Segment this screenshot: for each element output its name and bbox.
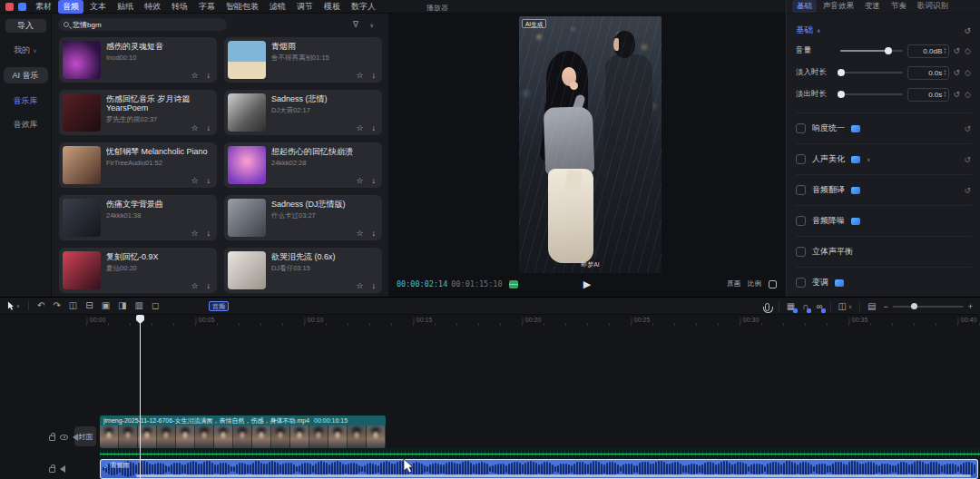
playhead[interactable] — [136, 315, 144, 479]
stepper-down-icon[interactable]: ▾ — [944, 51, 946, 54]
slider-track[interactable] — [840, 93, 903, 95]
checkbox[interactable] — [796, 154, 806, 164]
freeze-icon[interactable]: ▣ — [102, 301, 110, 310]
menu-item-8[interactable]: 智能包装 — [221, 0, 263, 14]
star-icon[interactable]: ☆ — [356, 281, 363, 290]
panel-tab-3[interactable]: 变速 — [860, 0, 885, 13]
timeline-ruler[interactable]: 00:0000:0500:1000:1500:2000:2500:3000:35… — [0, 315, 980, 326]
menu-item-4[interactable]: 贴纸 — [113, 0, 138, 14]
mirror-icon[interactable]: ▥ — [135, 301, 143, 310]
eye-icon[interactable] — [60, 435, 68, 440]
checkbox[interactable] — [796, 247, 806, 257]
linked-audio-strip[interactable] — [100, 448, 980, 459]
redo-icon[interactable]: ↷ — [53, 301, 60, 310]
record-audio-icon[interactable] — [765, 303, 769, 311]
reset-icon[interactable]: ↺ — [964, 26, 971, 35]
reset-icon[interactable]: ↺ — [954, 46, 961, 55]
menu-item-1[interactable]: 素材 — [31, 0, 56, 14]
stepper[interactable]: ▴▾ — [944, 47, 946, 54]
import-button[interactable]: 导入 — [5, 19, 46, 33]
slider-knob[interactable] — [838, 69, 845, 76]
download-icon[interactable]: ↓ — [207, 229, 211, 238]
audio-feature-row[interactable]: 音频降噪 — [796, 205, 971, 236]
value-input[interactable]: 0.0s▴▾ — [907, 66, 949, 80]
download-icon[interactable]: ↓ — [372, 281, 377, 290]
sidebar-item-sfx-library[interactable]: 音效库 — [0, 119, 51, 131]
menu-item-10[interactable]: 调节 — [292, 0, 318, 14]
star-icon[interactable]: ☆ — [356, 229, 363, 238]
filter-icon[interactable]: ∇ — [353, 20, 358, 29]
music-card[interactable]: Sadness (悲情)DJ大营02:17☆↓ — [224, 90, 382, 135]
slider-track[interactable] — [840, 50, 903, 52]
menu-item-12[interactable]: 数字人 — [347, 0, 380, 14]
download-icon[interactable]: ↓ — [372, 71, 377, 80]
panel-tab-4[interactable]: 节奏 — [887, 0, 911, 13]
sidebar-item-music-library[interactable]: 音乐库 — [0, 95, 51, 107]
zoom-knob[interactable] — [911, 303, 917, 309]
reset-icon[interactable]: ↺ — [964, 124, 971, 133]
app-logo-icon[interactable] — [5, 3, 14, 11]
music-card[interactable]: 忧郁钢琴 Melancholic PianoFirTreeAudio01:52☆… — [59, 142, 217, 188]
download-icon[interactable]: ↓ — [207, 71, 211, 80]
play-button[interactable]: ▶ — [583, 279, 591, 290]
menu-item-2[interactable]: 音频 — [58, 0, 83, 14]
menu-item-5[interactable]: 特效 — [140, 0, 165, 14]
slider-knob[interactable] — [885, 47, 892, 54]
star-icon[interactable]: ☆ — [191, 71, 198, 80]
keyframe-icon[interactable]: ◇ — [965, 68, 971, 77]
quality-button[interactable]: 原画 — [727, 279, 740, 288]
stepper-down-icon[interactable]: ▾ — [944, 73, 946, 76]
audio-feature-row[interactable]: 立体声平衡 — [796, 236, 971, 267]
lock-icon[interactable] — [49, 467, 55, 473]
mute-icon[interactable] — [60, 465, 65, 473]
panel-tab-5[interactable]: 歌词识别 — [913, 0, 953, 13]
download-icon[interactable]: ↓ — [207, 176, 211, 185]
music-card[interactable]: 伤感回忆音乐 岁月诗篇 YearsPoem罗先生的摇02:37☆↓ — [59, 90, 217, 135]
stepper-down-icon[interactable]: ▾ — [944, 94, 946, 98]
menu-item-11[interactable]: 模板 — [319, 0, 345, 14]
select-tool-button[interactable]: ∨ — [7, 301, 20, 311]
download-icon[interactable]: ↓ — [372, 229, 377, 238]
mute-icon[interactable] — [73, 434, 78, 441]
keyframe-icon[interactable]: ◇ — [965, 46, 971, 55]
audio-feature-row[interactable]: 响度统一↺ — [796, 112, 971, 143]
zoom-slider[interactable] — [893, 306, 964, 308]
star-icon[interactable]: ☆ — [191, 176, 198, 185]
undo-icon[interactable]: ↶ — [37, 301, 44, 310]
music-card[interactable]: 感伤的灵魂短音Inod00:10☆↓ — [59, 37, 217, 83]
split-icon[interactable]: ◫ — [69, 301, 77, 310]
preview-video[interactable]: AI生成 即梦AI — [519, 16, 662, 273]
checkbox[interactable] — [796, 278, 806, 288]
reset-icon[interactable]: ↺ — [964, 155, 971, 164]
download-icon[interactable]: ↓ — [207, 123, 211, 132]
stepper[interactable]: ▴▾ — [944, 91, 946, 98]
zoom-out-icon[interactable]: − — [883, 302, 887, 311]
value-input[interactable]: 0.0s▴▾ — [907, 88, 949, 102]
workspace-icon[interactable] — [18, 3, 26, 11]
slider-track[interactable] — [840, 72, 903, 73]
star-icon[interactable]: ☆ — [191, 281, 198, 290]
audio-feature-row[interactable]: 音频翻译↺ — [796, 174, 971, 205]
value-input[interactable]: 0.0dB▴▾ — [907, 44, 949, 58]
download-icon[interactable]: ↓ — [372, 176, 377, 185]
keyframe-icon[interactable]: ◇ — [965, 90, 971, 99]
reverse-icon[interactable]: ◨ — [118, 301, 126, 310]
crop-icon[interactable]: ◻ — [152, 301, 159, 310]
search-input[interactable]: 悲情bgm — [58, 18, 227, 31]
download-icon[interactable]: ↓ — [372, 123, 377, 132]
lock-icon[interactable] — [49, 435, 55, 441]
music-card[interactable]: 复刻回忆-0.9X夏仙00:20☆↓ — [59, 248, 217, 293]
panel-tab-2[interactable]: 声音效果 — [818, 0, 858, 13]
timeline-area[interactable]: 00:0000:0500:1000:1500:2000:2500:3000:35… — [0, 315, 980, 479]
menu-item-6[interactable]: 转场 — [167, 0, 192, 14]
reset-icon[interactable]: ↺ — [954, 68, 961, 77]
link-icon[interactable]: ∞ — [816, 302, 822, 311]
star-icon[interactable]: ☆ — [356, 176, 363, 185]
audio-feature-row[interactable]: 变调 — [796, 267, 971, 298]
zoom-in-icon[interactable]: + — [968, 302, 973, 311]
star-icon[interactable]: ☆ — [356, 123, 363, 132]
menu-item-3[interactable]: 文本 — [85, 0, 111, 14]
horizontal-scrollbar[interactable] — [136, 474, 971, 477]
preview-axis-icon[interactable]: ▦ — [787, 302, 795, 311]
magnet-icon[interactable]: ∩ — [802, 302, 808, 311]
